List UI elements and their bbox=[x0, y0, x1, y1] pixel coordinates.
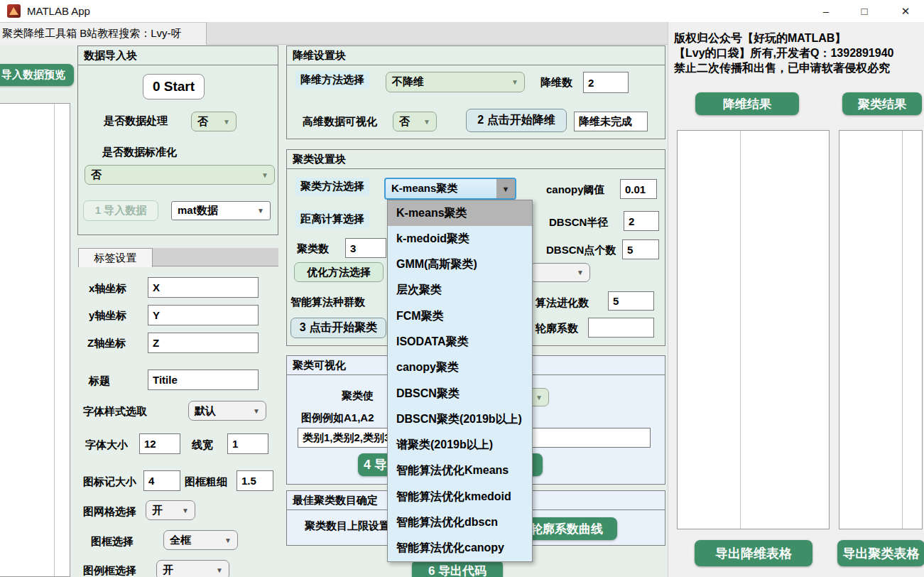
popup-option[interactable]: 智能算法优化dbscn bbox=[388, 509, 532, 535]
process-label: 是否数据处理 bbox=[104, 114, 168, 128]
right-panel: 版权归公众号【好玩的MATLAB】 【Lvy的口袋】所有,开发者Q：139289… bbox=[668, 22, 924, 577]
line-width-label: 线宽 bbox=[192, 438, 213, 452]
x-axis-input[interactable] bbox=[148, 277, 259, 298]
legend-box-value: 开 bbox=[163, 563, 173, 577]
canopy-input[interactable] bbox=[620, 179, 657, 199]
grid-value: 开 bbox=[152, 504, 163, 517]
close-icon[interactable]: ✕ bbox=[889, 0, 922, 22]
marker-size-input[interactable] bbox=[143, 470, 180, 491]
cluster-result-button[interactable]: 聚类结果 bbox=[842, 92, 922, 115]
reduction-method-dropdown[interactable]: 不降维 ▼ bbox=[386, 72, 525, 92]
popup-option[interactable]: DBSCN聚类 bbox=[388, 381, 532, 406]
popup-option[interactable]: 智能算法优化canopy bbox=[388, 536, 532, 561]
evolution-input[interactable] bbox=[608, 291, 654, 311]
silhouette-input[interactable] bbox=[588, 318, 654, 338]
reduction-method-label: 降维方法选择 bbox=[295, 71, 369, 89]
dbscn-points-input[interactable] bbox=[622, 239, 659, 259]
panel-title: 降维设置块 bbox=[287, 46, 665, 65]
label-tabstrip bbox=[153, 248, 278, 266]
popup-option[interactable]: GMM(高斯聚类) bbox=[388, 252, 532, 278]
distance-label: 距离计算选择 bbox=[295, 210, 369, 228]
datatype-dropdown[interactable]: mat数据 ▼ bbox=[171, 201, 271, 220]
legend-hint-label: 图例例如A1,A2 bbox=[301, 411, 374, 425]
optimize-method-dropdown[interactable]: 优化方法选择 bbox=[294, 262, 384, 282]
frame-width-input[interactable] bbox=[237, 470, 273, 491]
copyright-line: 版权归公众号【好玩的MATLAB】 bbox=[674, 31, 846, 46]
grid-dropdown[interactable]: 开 ▼ bbox=[146, 500, 195, 520]
start-reduction-button[interactable]: 2 点击开始降维 bbox=[466, 109, 567, 132]
minimize-icon[interactable]: – bbox=[810, 0, 842, 22]
marker-size-label: 图标记大小 bbox=[83, 475, 136, 489]
chevron-down-icon: ▼ bbox=[182, 507, 189, 514]
optimize-value-dropdown[interactable]: ▼ bbox=[530, 263, 590, 282]
popup-option[interactable]: 谱聚类(2019b以上) bbox=[388, 433, 532, 458]
reduction-result-table[interactable] bbox=[677, 130, 830, 529]
evolution-label: 算法进化数 bbox=[536, 296, 589, 310]
export-code-button[interactable]: 6 导出代码 bbox=[412, 560, 503, 577]
popup-option[interactable]: canopy聚类 bbox=[388, 355, 532, 381]
preview-table[interactable] bbox=[0, 103, 70, 577]
dims-input[interactable] bbox=[583, 72, 629, 93]
highdim-dropdown[interactable]: 否 ▼ bbox=[393, 112, 437, 131]
cluster-method-dropdown[interactable]: K-means聚类 ▼ bbox=[384, 178, 516, 200]
tab-label-settings[interactable]: 标签设置 bbox=[78, 248, 153, 267]
title-input[interactable] bbox=[148, 370, 259, 390]
popup-option[interactable]: ISODATA聚类 bbox=[388, 329, 532, 355]
popup-option[interactable]: DBSCN聚类(2019b以上) bbox=[388, 406, 532, 432]
import-data-button[interactable]: 1 导入数据 bbox=[83, 200, 158, 221]
reduction-status: 降维未完成 bbox=[574, 112, 648, 131]
process-dropdown[interactable]: 否 ▼ bbox=[191, 112, 237, 131]
k-input[interactable] bbox=[345, 238, 386, 258]
popup-option[interactable]: k-medoid聚类 bbox=[388, 226, 532, 252]
legend-box-dropdown[interactable]: 开 ▼ bbox=[156, 560, 229, 577]
export-cluster-table-button[interactable]: 导出聚类表格 bbox=[837, 540, 924, 566]
popup-option[interactable]: 智能算法优化kmedoid bbox=[388, 484, 532, 509]
panel-title: 数据导入块 bbox=[78, 46, 278, 65]
start-button[interactable]: 0 Start bbox=[143, 74, 205, 99]
standardize-label: 是否数据标准化 bbox=[102, 146, 177, 159]
box-label: 图框选择 bbox=[91, 535, 134, 549]
popup-option[interactable]: 智能算法优化Kmeans bbox=[388, 458, 532, 484]
box-dropdown[interactable]: 全框 ▼ bbox=[163, 530, 238, 550]
preview-data-button[interactable]: 导入数据预览 bbox=[0, 64, 74, 86]
popup-option[interactable]: K-means聚类 bbox=[388, 200, 532, 226]
highdim-value: 否 bbox=[399, 115, 410, 129]
popup-option[interactable]: FCM聚类 bbox=[388, 303, 532, 329]
tab-main[interactable]: 聚类降维工具箱 B站教程搜索：Lvy-呀 bbox=[0, 22, 207, 45]
reduction-result-button[interactable]: 降维结果 bbox=[695, 92, 799, 115]
start-clustering-button[interactable]: 3 点击开始聚类 bbox=[290, 318, 386, 338]
dbscn-radius-input[interactable] bbox=[624, 211, 659, 231]
process-value: 否 bbox=[197, 115, 208, 129]
table-divider bbox=[54, 104, 55, 576]
font-style-dropdown[interactable]: 默认 ▼ bbox=[188, 401, 266, 421]
popup-option[interactable]: 层次聚类 bbox=[388, 278, 532, 303]
cluster-method-popup: K-means聚类k-medoid聚类GMM(高斯聚类)层次聚类FCM聚类ISO… bbox=[387, 200, 533, 562]
matlab-icon bbox=[7, 4, 21, 18]
maximize-icon[interactable]: □ bbox=[848, 0, 881, 22]
font-size-label: 字体大小 bbox=[85, 438, 128, 452]
title-label: 标题 bbox=[89, 374, 110, 388]
highdim-label: 高维数据可视化 bbox=[303, 115, 377, 129]
font-style-label: 字体样式选取 bbox=[83, 405, 147, 419]
copyright-line: 禁止二次传播和出售，已申请软著侵权必究 bbox=[674, 61, 890, 76]
canopy-label: canopy阈值 bbox=[546, 183, 605, 197]
data-import-panel: 数据导入块 0 Start 是否数据处理 否 ▼ 是否数据标准化 否 ▼ 1 导… bbox=[77, 45, 278, 235]
cluster-result-table[interactable] bbox=[839, 130, 923, 529]
chevron-down-icon: ▼ bbox=[257, 207, 264, 215]
chevron-down-icon: ▼ bbox=[423, 118, 430, 126]
standardize-dropdown[interactable]: 否 ▼ bbox=[85, 165, 275, 185]
legend-box-label: 图例框选择 bbox=[83, 564, 136, 577]
z-axis-input[interactable] bbox=[148, 333, 259, 353]
reduction-panel: 降维设置块 降维方法选择 不降维 ▼ 降维数 高维数据可视化 否 ▼ 2 点击开… bbox=[286, 45, 665, 139]
chevron-down-icon: ▼ bbox=[511, 78, 518, 86]
cluster-method-value: K-means聚类 bbox=[386, 179, 496, 198]
k-label: 聚类数 bbox=[297, 242, 329, 256]
font-size-input[interactable] bbox=[139, 433, 180, 454]
dbscn-points-label: DBSCN点个数 bbox=[546, 244, 616, 257]
cluster-method-label: 聚类方法选择 bbox=[295, 178, 369, 195]
export-reduction-table-button[interactable]: 导出降维表格 bbox=[695, 540, 812, 566]
chevron-down-icon: ▼ bbox=[577, 269, 584, 276]
reduction-method-value: 不降维 bbox=[392, 75, 424, 89]
y-axis-input[interactable] bbox=[148, 305, 259, 325]
line-width-input[interactable] bbox=[227, 433, 268, 454]
